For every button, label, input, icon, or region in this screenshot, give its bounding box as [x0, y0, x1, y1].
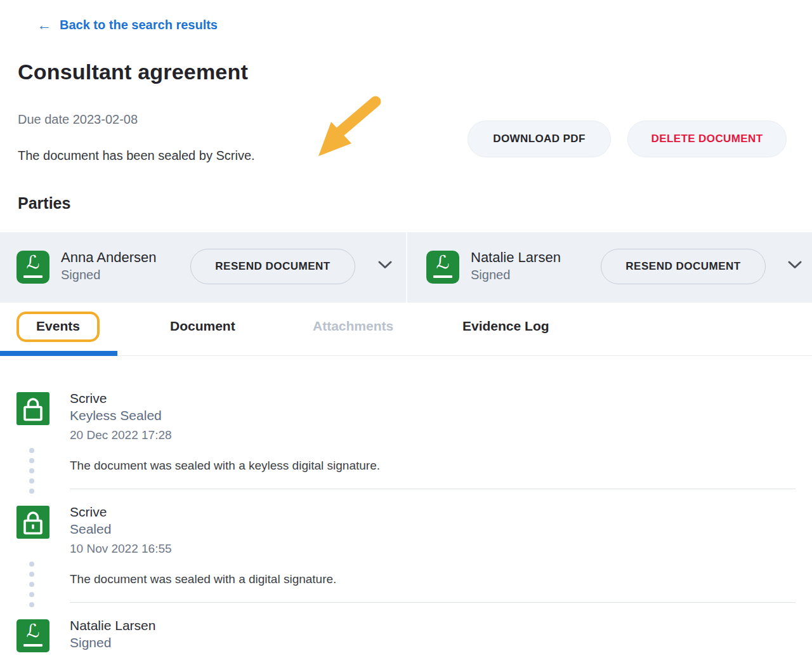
signature-glyph: ℒ — [16, 253, 49, 273]
tab-bar-divider — [0, 355, 812, 356]
back-link-label: Back to the search results — [60, 18, 218, 32]
timeline-dots — [29, 448, 34, 494]
parties-band: ℒ Anna Andersen Signed RESEND DOCUMENT ℒ… — [0, 232, 812, 303]
tab-events[interactable]: Events — [16, 319, 100, 334]
delete-document-button[interactable]: DELETE DOCUMENT — [627, 121, 787, 157]
event-action: Signed — [70, 635, 111, 650]
page-title: Consultant agreement — [18, 60, 248, 84]
event-action: Keyless Sealed — [70, 408, 162, 423]
event-timestamp: 20 Dec 2022 17:28 — [70, 428, 172, 442]
event-description: The document was sealed with a digital s… — [70, 572, 336, 586]
signature-glyph: ℒ — [426, 253, 459, 273]
event-actor: Scrive — [70, 391, 107, 406]
event-divider — [70, 602, 796, 603]
party-name: Natalie Larsen — [471, 249, 561, 266]
event-action: Sealed — [70, 522, 111, 537]
signature-glyph: ℒ — [16, 621, 49, 642]
chevron-down-icon[interactable] — [378, 261, 392, 269]
party-status: Signed — [61, 268, 100, 282]
annotation-arrow-icon — [312, 93, 384, 160]
event-description: The document was sealed with a keyless d… — [70, 459, 380, 473]
due-date-text: Due date 2023-02-08 — [18, 112, 138, 127]
party-card: ℒ Natalie Larsen Signed RESEND DOCUMENT — [407, 232, 812, 303]
resend-document-button[interactable]: RESEND DOCUMENT — [190, 249, 355, 284]
lock-icon — [16, 506, 49, 539]
download-pdf-label: DOWNLOAD PDF — [493, 133, 586, 145]
back-arrow-icon: ← — [37, 18, 51, 32]
signature-icon: ℒ — [16, 619, 49, 652]
party-name: Anna Andersen — [61, 249, 156, 266]
resend-document-label: RESEND DOCUMENT — [625, 260, 740, 273]
delete-document-label: DELETE DOCUMENT — [652, 133, 763, 145]
party-card: ℒ Anna Andersen Signed RESEND DOCUMENT — [0, 232, 406, 303]
back-to-search-link[interactable]: ← Back to the search results — [37, 18, 218, 32]
timeline-dots — [29, 562, 34, 607]
signature-icon: ℒ — [426, 251, 459, 284]
parties-heading: Parties — [18, 194, 70, 213]
event-divider — [70, 489, 796, 489]
signature-underline — [23, 275, 43, 278]
event-timestamp: 10 Nov 2022 16:55 — [70, 542, 172, 556]
tab-attachments: Attachments — [313, 319, 393, 334]
active-tab-underline — [0, 351, 117, 356]
event-actor: Natalie Larsen — [70, 618, 155, 633]
tab-document[interactable]: Document — [170, 319, 235, 334]
download-pdf-button[interactable]: DOWNLOAD PDF — [468, 121, 611, 157]
resend-document-button[interactable]: RESEND DOCUMENT — [601, 249, 766, 284]
signature-underline — [433, 275, 452, 278]
events-list: Scrive Keyless Sealed 20 Dec 2022 17:28 … — [0, 392, 812, 658]
document-detail-page: ← Back to the search results Consultant … — [0, 0, 812, 658]
event-actor: Scrive — [70, 504, 107, 520]
party-status: Signed — [471, 268, 510, 282]
chevron-down-icon[interactable] — [788, 261, 802, 269]
resend-document-label: RESEND DOCUMENT — [215, 260, 330, 273]
tab-bar: Events Document Attachments Evidence Log — [0, 310, 812, 358]
signature-underline — [23, 644, 43, 647]
tab-evidence-log[interactable]: Evidence Log — [462, 319, 549, 334]
sealed-status-text: The document has been sealed by Scrive. — [18, 148, 255, 163]
signature-icon: ℒ — [16, 251, 49, 284]
lock-icon — [16, 392, 49, 425]
